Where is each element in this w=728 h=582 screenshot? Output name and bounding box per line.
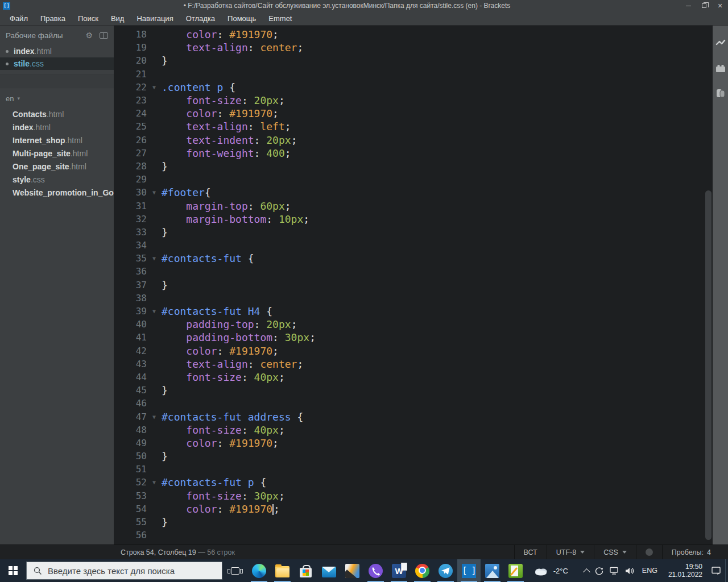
code-line[interactable]: 36 [114,265,713,278]
insert-mode-indicator[interactable]: ВСТ [514,545,547,560]
menu-debug[interactable]: Отладка [180,13,221,24]
menu-navigate[interactable]: Навигация [130,13,179,24]
taskbar-app-explorer[interactable] [271,559,294,582]
gear-icon[interactable]: ⚙ [85,31,93,40]
code-line[interactable]: 47▼#contacts-fut address { [114,410,713,423]
code-line[interactable]: 21 [114,68,713,81]
code-line[interactable]: 52▼#contacts-fut p { [114,476,713,489]
working-file-index.html[interactable]: index.html [0,45,114,57]
temperature[interactable]: -2°C [553,567,568,575]
fold-arrow-icon[interactable]: ▼ [147,308,162,314]
network-icon[interactable] [609,566,619,575]
menu-help[interactable]: Помощь [221,13,262,24]
project-file-style.css[interactable]: style.css [0,173,114,186]
fold-arrow-icon[interactable]: ▼ [147,84,162,90]
code-line[interactable]: 44 font-size: 40px; [114,371,713,384]
code-line[interactable]: 32 margin-bottom: 10px; [114,213,713,226]
menu-file[interactable]: Файл [3,13,34,24]
action-center-icon[interactable] [711,566,722,576]
volume-icon[interactable] [624,567,635,575]
minimize-button[interactable] [680,0,696,11]
fold-arrow-icon[interactable]: ▼ [147,255,162,261]
language-selector[interactable]: CSS [594,545,636,560]
code-line[interactable]: 43 text-align: center; [114,357,713,371]
task-view-button[interactable] [222,559,247,582]
code-line[interactable]: 38 [114,292,713,305]
code-line[interactable]: 23 font-size: 20px; [114,94,713,107]
taskbar-app-chrome[interactable] [411,559,434,582]
project-file-One_page_site.html[interactable]: One_page_site.html [0,160,114,173]
taskbar-app-word[interactable] [387,559,411,582]
fold-arrow-icon[interactable]: ▼ [147,479,162,485]
editor-scrollbar[interactable] [704,26,713,544]
code-line[interactable]: 50} [114,450,713,463]
code-line[interactable]: 22▼.content p { [114,81,713,94]
code-line[interactable]: 27 font-weight: 400; [114,147,713,160]
project-file-Contacts.html[interactable]: Contacts.html [0,107,114,120]
code-line[interactable]: 29 [114,173,713,186]
restore-button[interactable] [696,0,712,11]
menu-emmet[interactable]: Emmet [262,13,298,24]
close-button[interactable]: × [712,0,728,11]
extension-manager-icon[interactable] [715,63,726,73]
code-line[interactable]: 54 color: #191970; [114,502,713,516]
working-file-stile.css[interactable]: stile.css [0,57,114,70]
sync-tray-icon[interactable] [594,566,604,576]
code-line[interactable]: 55} [114,516,713,529]
code-line[interactable]: 51 [114,463,713,476]
split-screen-icon[interactable] [715,88,726,98]
language-indicator[interactable]: ENG [640,567,660,575]
code-line[interactable]: 20} [114,54,713,67]
split-view-icon[interactable] [100,32,108,39]
project-file-Website_promotion_in_Google.html[interactable]: Website_promotion_in_Google.html [0,186,114,199]
taskbar-app-telegram[interactable] [434,559,457,582]
code-line[interactable]: 26 text-indent: 20px; [114,134,713,147]
code-line[interactable]: 39▼#contacts-fut H4 { [114,305,713,318]
indent-settings[interactable]: Пробелы:4 [662,545,720,560]
code-line[interactable]: 40 padding-top: 20px; [114,318,713,331]
fold-arrow-icon[interactable]: ▼ [147,189,162,196]
tray-expand-icon[interactable] [583,568,590,576]
weather-cloud-icon[interactable] [533,566,548,576]
code-editor[interactable]: 18 color: #191970;19 text-align: center;… [114,26,713,544]
project-file-index.html[interactable]: index.html [0,120,114,134]
code-line[interactable]: 46 [114,397,713,410]
code-line[interactable]: 37} [114,278,713,292]
menu-view[interactable]: Вид [105,13,131,24]
taskbar-app-mail[interactable] [317,559,341,582]
code-line[interactable]: 24 color: #191970; [114,107,713,120]
taskbar-app-photos[interactable] [481,559,504,582]
code-line[interactable]: 34 [114,239,713,252]
taskbar-app-notepad[interactable] [504,559,527,582]
code-line[interactable]: 30▼#footer{ [114,186,713,199]
code-line[interactable]: 25 text-align: left; [114,120,713,133]
taskbar-app-store[interactable] [294,559,317,582]
taskbar-app-viber[interactable] [364,559,387,582]
start-button[interactable] [0,559,26,582]
menu-edit[interactable]: Правка [34,13,72,24]
scrollbar-thumb[interactable] [705,190,712,540]
code-line[interactable]: 45} [114,384,713,397]
taskbar-app-viewer[interactable] [341,559,364,582]
search-input[interactable]: Введите здесь текст для поиска [26,562,222,580]
code-line[interactable]: 56 [114,529,713,542]
code-line[interactable]: 35▼#contacts-fut { [114,252,713,265]
project-file-Internet_shop.html[interactable]: Internet_shop.html [0,134,114,147]
menu-find[interactable]: Поиск [72,13,105,24]
code-line[interactable]: 49 color: #191970; [114,436,713,450]
project-dropdown[interactable]: en ▾ [0,89,114,107]
taskbar-app-edge[interactable] [247,559,271,582]
code-line[interactable]: 53 font-size: 30px; [114,489,713,502]
live-preview-icon[interactable] [715,38,726,48]
code-line[interactable]: 28} [114,160,713,173]
encoding-selector[interactable]: UTF-8 [547,545,594,560]
code-line[interactable]: 18 color: #191970; [114,28,713,41]
project-file-Multi-page_site.html[interactable]: Multi-page_site.html [0,147,114,160]
code-line[interactable]: 48 font-size: 40px; [114,423,713,436]
code-line[interactable]: 33} [114,226,713,239]
clock[interactable]: 19:50 21.01.2022 [665,563,706,579]
fold-arrow-icon[interactable]: ▼ [147,414,162,420]
code-line[interactable]: 19 text-align: center; [114,41,713,54]
code-line[interactable]: 42 color: #191970; [114,344,713,357]
show-desktop-button[interactable] [725,559,728,582]
